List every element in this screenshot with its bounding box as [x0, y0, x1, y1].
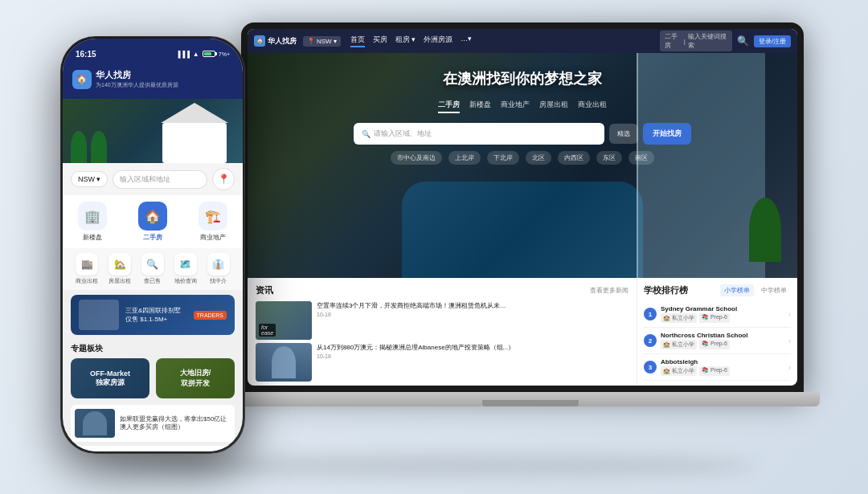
- news-thumb-1: [256, 343, 312, 382]
- school-name-1: Northcross Christian School: [661, 332, 784, 339]
- battery-text: 7%+: [219, 51, 230, 57]
- hero-search-input[interactable]: 🔍 请输入区域、地址: [354, 123, 604, 145]
- phone-region-selector[interactable]: NSW ▾: [71, 171, 108, 187]
- hero-tab-commercial[interactable]: 商业地产: [501, 100, 530, 113]
- phone-app-logo-info: 华人找房 为140万澳洲华人提供最优质房源: [96, 69, 178, 89]
- news-text-1: 从14万到880万澳元：揭秘澳洲总理Albanese的地产投资策略（组...）: [317, 343, 628, 352]
- quick-tag-1[interactable]: 上北岸: [448, 151, 481, 165]
- schools-tab-primary[interactable]: 小学榜单: [720, 284, 754, 296]
- login-register-button[interactable]: 登录/注册: [754, 35, 791, 47]
- school-tags-0: 🏫 私立小学 📚 Prep-6: [661, 313, 784, 323]
- scene-shadow: [113, 454, 755, 478]
- phone-ad-badge: TRADERS: [194, 311, 227, 320]
- tree-1: [71, 131, 87, 163]
- phone-news-text: 如果联盟党赢得大选，将拿出$50亿让澳人更多买房（组图）: [120, 415, 231, 432]
- news-item-1[interactable]: 从14万到880万澳元：揭秘澳洲总理Albanese的地产投资策略（组...） …: [256, 343, 628, 382]
- laptop-location-selector[interactable]: 📍 NSW ▾: [303, 36, 341, 47]
- person-silhouette: [272, 346, 296, 378]
- phone-clock: 16:15: [76, 50, 96, 59]
- special-card-offmarket[interactable]: OFF-Market独家房源: [71, 358, 149, 398]
- quick-tag-6[interactable]: 南区: [628, 151, 654, 165]
- news-person-photo: [256, 343, 312, 382]
- hero-sofa-decoration: [402, 182, 643, 278]
- hero-search-row: 🔍 请输入区域、地址 精选 开始找房: [354, 123, 691, 145]
- phone-nav-browse[interactable]: 👁️ 看看: [108, 451, 153, 451]
- special-card-land[interactable]: 大地旧房/双拼开发: [156, 358, 235, 398]
- news-info-0: 空置率连续3个月下滑，开发商拒绝高端市场！澳洲租赁危机从未... 10-18: [317, 301, 628, 317]
- new-buildings-icon: 🏢: [78, 202, 107, 231]
- phone-nav-profile[interactable]: 👤 我的: [198, 451, 243, 451]
- phone-cat-commercial[interactable]: 🏗️ 商业地产: [182, 202, 243, 242]
- laptop-logo[interactable]: 🏠 华人找房: [254, 35, 297, 47]
- phone-cat-new-buildings[interactable]: 🏢 新楼盘: [63, 202, 123, 242]
- phone-outer-shell: 16:15 ▐▐▐ ▲ 7%+ 🏠 华人找房 为140万澳洲华人提供最优质房源: [60, 36, 245, 454]
- school-info-2: Abbotsleigh 🏫 私立小学 📚 Prep-6: [661, 358, 784, 376]
- quick-tag-5[interactable]: 东区: [596, 151, 622, 165]
- phone-ad-banner[interactable]: 三亚&四国联排别墅仅售 $1.1-5M+ TRADERS: [71, 295, 235, 335]
- phone-ad-thumbnail: [79, 300, 119, 330]
- phone-nav-home[interactable]: 🏠 首页: [63, 451, 108, 451]
- search-icon[interactable]: 🔍: [737, 35, 749, 47]
- school-tag-grade-1: 📚 Prep-6: [699, 340, 730, 349]
- phone-cat-secondhand[interactable]: 🏠 二手房: [123, 202, 183, 242]
- quick-tag-0[interactable]: 市中心及南边: [391, 151, 442, 165]
- nav-link-buy[interactable]: 买房: [373, 35, 387, 47]
- phone-sub-commercial-rent[interactable]: 🏬 商业出租: [76, 253, 98, 285]
- hero-tab-secondhand[interactable]: 二手房: [438, 100, 460, 113]
- laptop-nav-right: 二手房 | 输入关键词搜索 🔍 登录/注册: [660, 31, 791, 51]
- phone-app-header: 🏠 华人找房 为140万澳洲华人提供最优质房源: [63, 66, 243, 99]
- laptop-nav-search[interactable]: 二手房 | 输入关键词搜索: [660, 31, 732, 51]
- phone-news-preview[interactable]: 如果联盟党赢得大选，将拿出$50亿让澳人更多买房（组图）: [71, 405, 235, 442]
- hero-tab-rental[interactable]: 房屋出租: [539, 100, 568, 113]
- nav-link-rent[interactable]: 租房 ▾: [395, 35, 416, 47]
- phone-map-button[interactable]: 📍: [212, 168, 235, 190]
- schools-header: 学校排行榜 小学榜单 中学榜单: [644, 284, 791, 296]
- school-item-0[interactable]: 1 Sydney Grammar School 🏫 私立小学 📚 Prep-6 …: [644, 301, 791, 328]
- phone-sub-land[interactable]: 🗺️ 地价查询: [174, 253, 197, 285]
- school-tag-type: 🏫 私立小学: [661, 313, 697, 323]
- hero-quick-tags: 市中心及南边 上北岸 下北岸 北区 内西区 东区 南区: [391, 151, 654, 165]
- hero-tab-new[interactable]: 新楼盘: [469, 100, 491, 113]
- special-cards-row: OFF-Market独家房源 大地旧房/双拼开发: [71, 358, 235, 398]
- news-nav-icon: 📰: [167, 451, 183, 451]
- map-pin-icon: 📍: [218, 174, 230, 185]
- chevron-right-icon-1: ›: [788, 337, 791, 345]
- nav-link-home[interactable]: 首页: [350, 35, 365, 47]
- agent-icon: 👔: [207, 253, 230, 276]
- sold-icon: 🔍: [141, 253, 164, 276]
- region-text: NSW: [78, 175, 95, 183]
- phone-hero-house: [154, 107, 235, 163]
- school-name-2: Abbotsleigh: [661, 358, 784, 365]
- hero-tab-commercial-rental[interactable]: 商业出租: [578, 100, 607, 113]
- schools-tab-secondary[interactable]: 中学榜单: [757, 284, 791, 296]
- quick-tag-3[interactable]: 北区: [526, 151, 551, 165]
- battery-level: [204, 52, 211, 55]
- phone-sub-house-rent[interactable]: 🏡 房屋出租: [108, 253, 131, 285]
- phone-bottom-nav: 🏠 首页 👁️ 看看 📰 新闻 👤 我的: [63, 445, 243, 451]
- person-shape: [83, 411, 107, 435]
- hero-search-button[interactable]: 开始找房: [643, 123, 691, 145]
- quick-tag-2[interactable]: 下北岸: [487, 151, 519, 165]
- laptop-nav-links: 首页 买房 租房 ▾ 外洲房源 …▾: [350, 35, 473, 47]
- laptop-location-text: NSW: [317, 38, 332, 45]
- phone-sub-sold[interactable]: 🔍 查已售: [141, 253, 164, 285]
- hero-plant-decoration: [749, 198, 781, 262]
- news-item-0[interactable]: forease 空置率连续3个月下滑，开发商拒绝高端市场！澳洲租赁危机从未...…: [256, 301, 628, 340]
- phone-search-input[interactable]: 输入区域和地址: [113, 170, 207, 189]
- school-rank-1: 2: [644, 334, 657, 347]
- school-rank-0: 1: [644, 308, 657, 320]
- quick-tag-4[interactable]: 内西区: [558, 151, 590, 165]
- news-more-link[interactable]: 查看更多新闻: [590, 286, 628, 295]
- school-item-1[interactable]: 2 Northcross Christian School 🏫 私立小学 📚 P…: [644, 328, 791, 354]
- nav-link-overseas[interactable]: 外洲房源: [424, 35, 452, 47]
- hero-filter-button[interactable]: 精选: [609, 124, 638, 144]
- nav-link-more[interactable]: …▾: [461, 35, 472, 47]
- phone-app-logo-icon: 🏠: [72, 70, 92, 89]
- school-item-2[interactable]: 3 Abbotsleigh 🏫 私立小学 📚 Prep-6 ›: [644, 354, 791, 381]
- chevron-down-icon: ▾: [96, 175, 100, 183]
- school-tags-2: 🏫 私立小学 📚 Prep-6: [661, 366, 784, 376]
- wifi-icon: ▲: [193, 51, 199, 58]
- phone-sub-agent[interactable]: 👔 找中介: [207, 253, 230, 285]
- school-tag-grade: 📚 Prep-6: [699, 313, 730, 323]
- phone-nav-news[interactable]: 📰 新闻: [153, 451, 198, 451]
